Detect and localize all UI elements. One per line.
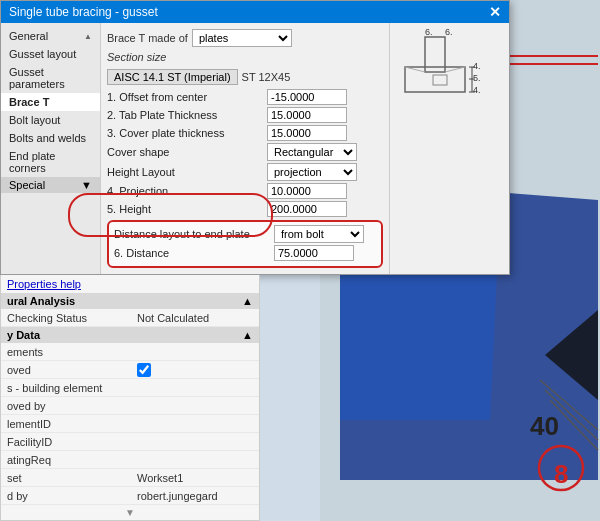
- distance-label: 6. Distance: [114, 247, 274, 259]
- brace-made-row: Brace T made of plates: [107, 29, 383, 47]
- dialog-title: Single tube bracing - gusset: [9, 5, 158, 19]
- props-key-oved: oved: [7, 364, 137, 376]
- param-label-6: 5. Height: [107, 203, 267, 215]
- param-input-5[interactable]: [267, 183, 347, 199]
- props-row-facilityid: FacilityID: [1, 433, 259, 451]
- svg-rect-20: [433, 75, 447, 85]
- param-row-1: 2. Tab Plate Thickness: [107, 107, 383, 123]
- aisc-section: ST 12X45: [242, 71, 291, 83]
- props-row-atingreq: atingReq: [1, 451, 259, 469]
- svg-text:6.: 6.: [445, 27, 453, 37]
- structural-analysis-arrow: ▲: [242, 295, 253, 307]
- param-row-2: 3. Cover plate thickness: [107, 125, 383, 141]
- param-row-6: 5. Height: [107, 201, 383, 217]
- nav-item-general[interactable]: General: [1, 27, 100, 45]
- props-key-facilityid: FacilityID: [7, 436, 137, 448]
- scroll-down-indicator: ▼: [1, 505, 259, 520]
- brace-made-select[interactable]: plates: [192, 29, 292, 47]
- svg-text:6.: 6.: [425, 27, 433, 37]
- props-key-dby: d by: [7, 490, 137, 502]
- aisc-row: AISC 14.1 ST (Imperial) ST 12X45: [107, 69, 383, 85]
- nav-item-gusset-layout[interactable]: Gusset layout: [1, 45, 100, 63]
- preview-area: 4. 5. 4. 6. 6.: [389, 23, 509, 274]
- props-row-elements: ements: [1, 343, 259, 361]
- svg-text:4.: 4.: [473, 85, 481, 95]
- props-row-oved: oved: [1, 361, 259, 379]
- dialog-content: Brace T made of plates Section size AISC…: [101, 23, 389, 274]
- distance-row: 6. Distance: [114, 245, 376, 261]
- svg-rect-16: [405, 67, 465, 92]
- param-row-0: 1. Offset from center: [107, 89, 383, 105]
- props-row-oved-by: oved by: [1, 397, 259, 415]
- props-val-set: Workset1: [137, 472, 183, 484]
- highlighted-section: Distance layout to end plate from bolt 6…: [107, 220, 383, 268]
- props-row-set: set Workset1: [1, 469, 259, 487]
- identity-data-header[interactable]: y Data ▲: [1, 327, 259, 343]
- distance-layout-label: Distance layout to end plate: [114, 228, 274, 240]
- props-checkbox-oved[interactable]: [137, 363, 151, 377]
- props-key-atingreq: atingReq: [7, 454, 137, 466]
- svg-text:8: 8: [554, 459, 568, 489]
- props-key-building: s - building element: [7, 382, 137, 394]
- dialog-titlebar: Single tube bracing - gusset ✕: [1, 1, 509, 23]
- props-val-dby: robert.jungegard: [137, 490, 218, 502]
- svg-text:5.: 5.: [473, 73, 481, 83]
- props-row-elementid: lementID: [1, 415, 259, 433]
- structural-analysis-label: ural Analysis: [7, 295, 75, 307]
- param-label-0: 1. Offset from center: [107, 91, 267, 103]
- brace-made-label: Brace T made of: [107, 32, 188, 44]
- props-row-building: s - building element: [1, 379, 259, 397]
- param-row-cover-shape: Cover shape Rectangular: [107, 143, 383, 161]
- checking-status-row: Checking Status Not Calculated: [1, 309, 259, 327]
- param-input-0[interactable]: [267, 89, 347, 105]
- checking-status-key: Checking Status: [7, 312, 137, 324]
- nav-item-bolts-and-welds[interactable]: Bolts and welds: [1, 129, 100, 147]
- param-select-cover-shape[interactable]: Rectangular: [267, 143, 357, 161]
- param-input-1[interactable]: [267, 107, 347, 123]
- param-label-height-layout: Height Layout: [107, 166, 267, 178]
- section-size-row: Section size: [107, 51, 383, 66]
- main-dialog: Single tube bracing - gusset ✕ General G…: [0, 0, 510, 275]
- nav-item-brace-t[interactable]: Brace T: [1, 93, 100, 111]
- preview-svg: 4. 5. 4. 6. 6.: [395, 27, 505, 137]
- nav-item-special[interactable]: Special ▼: [1, 177, 100, 193]
- param-label-5: 4. Projection: [107, 185, 267, 197]
- properties-panel: Properties help ural Analysis ▲ Checking…: [0, 275, 260, 521]
- nav-item-gusset-parameters[interactable]: Gusset parameters: [1, 63, 100, 93]
- close-button[interactable]: ✕: [489, 5, 501, 19]
- param-row-height-layout: Height Layout projection: [107, 163, 383, 181]
- distance-layout-select[interactable]: from bolt: [274, 225, 364, 243]
- section-size-label: Section size: [107, 51, 166, 63]
- svg-text:40: 40: [530, 411, 559, 441]
- param-input-2[interactable]: [267, 125, 347, 141]
- identity-data-arrow: ▲: [242, 329, 253, 341]
- distance-layout-row: Distance layout to end plate from bolt: [114, 225, 376, 243]
- aisc-button[interactable]: AISC 14.1 ST (Imperial): [107, 69, 238, 85]
- props-key-elementid: lementID: [7, 418, 137, 430]
- props-row-dby: d by robert.jungegard: [1, 487, 259, 505]
- props-key-elements: ements: [7, 346, 137, 358]
- distance-input[interactable]: [274, 245, 354, 261]
- props-key-ovedby: oved by: [7, 400, 137, 412]
- properties-help-link[interactable]: Properties help: [1, 275, 259, 293]
- nav-item-end-plate-corners[interactable]: End plate corners: [1, 147, 100, 177]
- param-input-6[interactable]: [267, 201, 347, 217]
- svg-text:4.: 4.: [473, 61, 481, 71]
- dialog-nav: General Gusset layout Gusset parameters …: [1, 23, 101, 274]
- param-select-height-layout[interactable]: projection: [267, 163, 357, 181]
- param-label-2: 3. Cover plate thickness: [107, 127, 267, 139]
- dialog-body: General Gusset layout Gusset parameters …: [1, 23, 509, 274]
- special-arrow-icon: ▼: [81, 179, 92, 191]
- param-label-1: 2. Tab Plate Thickness: [107, 109, 267, 121]
- nav-item-bolt-layout[interactable]: Bolt layout: [1, 111, 100, 129]
- checking-status-value: Not Calculated: [137, 312, 209, 324]
- structural-analysis-header[interactable]: ural Analysis ▲: [1, 293, 259, 309]
- props-key-set: set: [7, 472, 137, 484]
- param-label-cover-shape: Cover shape: [107, 146, 267, 158]
- param-row-5: 4. Projection: [107, 183, 383, 199]
- identity-data-label: y Data: [7, 329, 40, 341]
